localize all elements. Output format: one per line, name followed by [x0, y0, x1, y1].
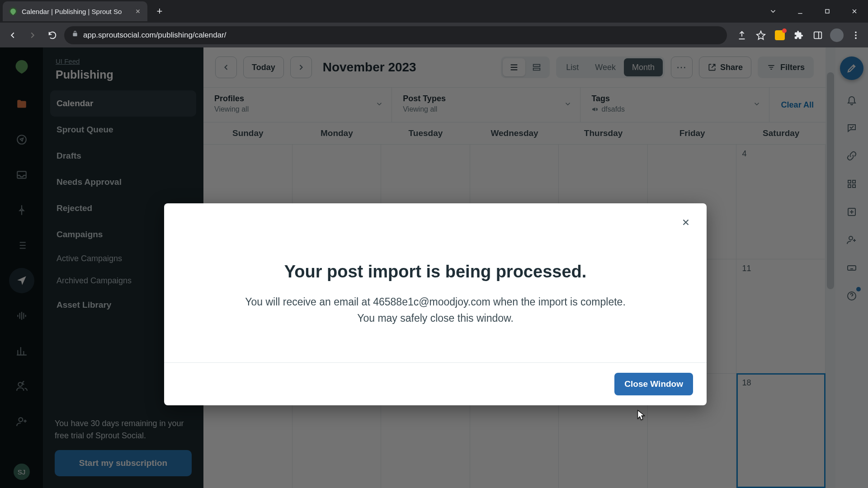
bookmark-star-icon[interactable]: [753, 28, 769, 43]
new-tab-button[interactable]: +: [152, 4, 167, 19]
tab-search-icon[interactable]: [760, 1, 787, 21]
browser-menu-icon[interactable]: [848, 28, 863, 43]
import-processing-modal: Your post import is being processed. You…: [164, 203, 707, 405]
browser-toolbar: app.sproutsocial.com/publishing/calendar…: [0, 23, 868, 47]
extensions-puzzle-icon[interactable]: [791, 28, 807, 43]
modal-line-2: You may safely close this window.: [191, 310, 679, 327]
svg-point-2: [855, 31, 857, 33]
nav-back-icon[interactable]: [5, 27, 21, 43]
modal-title: Your post import is being processed.: [191, 262, 679, 282]
address-bar[interactable]: app.sproutsocial.com/publishing/calendar…: [64, 26, 727, 44]
url-text: app.sproutsocial.com/publishing/calendar…: [83, 31, 226, 40]
svg-point-3: [855, 34, 857, 36]
window-minimize-icon[interactable]: [787, 1, 814, 21]
nav-forward-icon: [24, 27, 41, 43]
window-close-icon[interactable]: [841, 1, 868, 21]
window-maximize-icon[interactable]: [814, 1, 841, 21]
modal-close-icon[interactable]: [678, 214, 694, 230]
modal-line-1: You will receive an email at 46588e1c@mo…: [191, 294, 679, 310]
browser-tab-strip: Calendar | Publishing | Sprout So +: [0, 0, 868, 23]
close-window-button[interactable]: Close Window: [614, 373, 693, 395]
lock-icon: [71, 30, 79, 40]
side-panel-icon[interactable]: [810, 28, 826, 43]
svg-point-4: [855, 37, 857, 39]
browser-tab[interactable]: Calendar | Publishing | Sprout So: [3, 1, 147, 21]
tab-title: Calendar | Publishing | Sprout So: [22, 8, 130, 15]
svg-rect-0: [826, 9, 829, 13]
sprout-favicon-icon: [9, 7, 17, 15]
extension-badge-icon[interactable]: [772, 28, 788, 43]
nav-reload-icon[interactable]: [44, 27, 61, 43]
svg-rect-1: [814, 32, 822, 38]
share-url-icon[interactable]: [734, 28, 750, 43]
profile-avatar-icon[interactable]: [829, 28, 844, 43]
close-tab-icon[interactable]: [135, 8, 141, 14]
